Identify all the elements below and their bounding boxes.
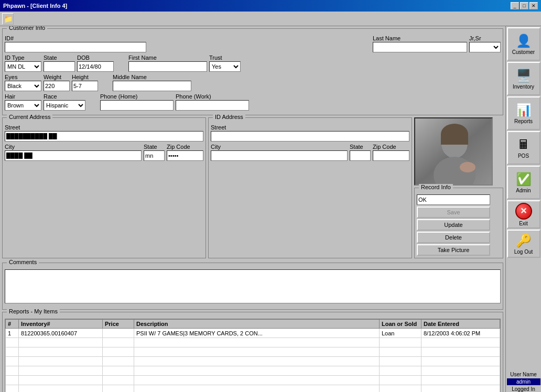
hair-select[interactable]: Brown Black Blonde Red Gray xyxy=(5,100,41,111)
take-picture-button[interactable]: Take Picture xyxy=(417,244,490,256)
maximize-button[interactable]: □ xyxy=(520,2,528,9)
form-row-1: ID# Last Name Jr,Sr Jr Sr xyxy=(5,35,501,52)
last-name-label: Last Name xyxy=(373,35,467,41)
hair-label: Hair xyxy=(5,93,41,100)
form-row-2: ID Type MN DL Other State DOB 12/14/80 F xyxy=(5,55,501,72)
id-city-label: City xyxy=(211,144,348,150)
first-name-input[interactable] xyxy=(128,61,207,72)
id-address-label: ID Address xyxy=(213,114,245,120)
logout-label: Log Out xyxy=(514,249,533,255)
id-type-field-group: ID Type MN DL Other xyxy=(5,55,41,72)
weight-field-group: Weight xyxy=(44,74,70,91)
trust-select[interactable]: Yes No xyxy=(209,61,241,72)
sidebar-user-info: User Name admin Logged In Time 3:59:38 P… xyxy=(507,372,540,392)
close-button[interactable]: ✕ xyxy=(529,2,538,9)
comments-textarea[interactable] xyxy=(5,269,501,303)
sidebar-inventory-button[interactable]: 🖥️ Inventory xyxy=(507,62,540,95)
col-price: Price xyxy=(103,320,134,329)
col-num: # xyxy=(6,320,19,329)
middle-name-label: Middle Name xyxy=(113,74,191,80)
middle-name-field-group: Middle Name xyxy=(113,74,191,91)
race-select[interactable]: Hispanic White Black Asian Other xyxy=(44,100,85,111)
table-row[interactable] xyxy=(6,376,500,385)
height-input[interactable] xyxy=(72,81,98,91)
record-info-label: Record Info xyxy=(419,184,453,190)
state-id-label: State xyxy=(44,55,75,61)
row-description: PSII W/ 7 GAMES|3 MEMORY CARDS, 2 CON... xyxy=(134,329,380,338)
sidebar-exit-button[interactable]: ✕ Exit xyxy=(507,200,540,228)
sidebar-logout-button[interactable]: 🔑 Log Out xyxy=(507,230,540,258)
dob-input[interactable]: 12/14/80 xyxy=(77,61,114,72)
table-row[interactable] xyxy=(6,347,500,357)
id-zip-input[interactable] xyxy=(373,150,409,161)
id-city-input[interactable] xyxy=(211,150,348,161)
sidebar-customer-button[interactable]: 👤 Customer xyxy=(507,27,540,61)
last-name-input[interactable] xyxy=(373,42,467,52)
jr-sr-field-group: Jr,Sr Jr Sr xyxy=(469,35,501,52)
current-state-field: State xyxy=(144,144,165,161)
dob-field-group: DOB 12/14/80 xyxy=(77,55,114,72)
current-address-group: Current Address Street City State xyxy=(2,117,206,258)
svg-point-6 xyxy=(460,162,475,172)
weight-input[interactable] xyxy=(44,81,70,91)
current-city-input[interactable] xyxy=(5,150,142,161)
customer-label: Customer xyxy=(512,49,535,55)
id-state-input[interactable] xyxy=(350,150,371,161)
id-label: ID# xyxy=(5,35,146,41)
eyes-select[interactable]: Black Blue Brown Green Hazel xyxy=(5,81,41,91)
photo-box xyxy=(414,117,493,186)
reports-table-container[interactable]: # Inventory# Price Description Loan or S… xyxy=(5,319,501,392)
comments-group: Comments xyxy=(2,263,503,310)
middle-name-input[interactable] xyxy=(113,81,191,91)
current-zip-input[interactable] xyxy=(167,150,203,161)
phone-home-label: Phone (Home) xyxy=(100,93,174,100)
col-inventory: Inventory# xyxy=(19,320,103,329)
race-label: Race xyxy=(44,93,85,100)
sidebar-pos-button[interactable]: 🖩 POS xyxy=(507,131,540,165)
table-row[interactable]: 1 812200365.00160407 PSII W/ 7 GAMES|3 M… xyxy=(6,329,500,338)
current-city-label: City xyxy=(5,144,142,150)
jr-sr-label: Jr,Sr xyxy=(469,35,501,41)
state-id-input[interactable] xyxy=(44,61,75,72)
id-state-field: State xyxy=(350,144,371,161)
id-street-input[interactable] xyxy=(211,131,409,141)
exit-label: Exit xyxy=(519,221,528,226)
phone-home-input[interactable] xyxy=(100,100,174,111)
minimize-button[interactable]: _ xyxy=(511,2,519,9)
current-state-input[interactable] xyxy=(144,150,165,161)
current-address-label: Current Address xyxy=(7,114,52,120)
table-row[interactable] xyxy=(6,366,500,376)
current-state-label: State xyxy=(144,144,165,150)
row-inventory: 812200365.00160407 xyxy=(19,329,103,338)
window-controls[interactable]: _ □ ✕ xyxy=(511,2,538,9)
table-row[interactable] xyxy=(6,357,500,366)
id-street-field: Street xyxy=(211,124,409,141)
current-zip-field: Zip Code xyxy=(167,144,203,161)
row-num: 1 xyxy=(6,329,19,338)
jr-sr-select[interactable]: Jr Sr xyxy=(469,42,501,52)
admin-label: Admin xyxy=(516,188,531,193)
id-type-select[interactable]: MN DL Other xyxy=(5,61,41,72)
id-street-row: Street xyxy=(211,124,409,141)
sidebar-reports-button[interactable]: 📊 Reports xyxy=(507,96,540,130)
exit-circle: ✕ xyxy=(515,203,532,220)
id-state-label: State xyxy=(350,144,371,150)
id-input[interactable] xyxy=(5,42,146,52)
record-info-group: Record Info Save Update Delete Take Pict… xyxy=(414,188,503,258)
table-row[interactable] xyxy=(6,385,500,393)
reports-label: Reports xyxy=(514,118,533,124)
table-row[interactable] xyxy=(6,338,500,347)
id-zip-field: Zip Code xyxy=(373,144,409,161)
menu-bar: 📁 xyxy=(0,12,541,26)
current-street-input[interactable] xyxy=(5,131,203,141)
toolbar-button[interactable]: 📁 xyxy=(2,13,14,25)
delete-button[interactable]: Delete xyxy=(417,232,490,243)
save-button[interactable]: Save xyxy=(417,206,490,218)
row-date: 8/12/2003 4:06:02 PM xyxy=(421,329,500,338)
sidebar-admin-button[interactable]: ✅ Admin xyxy=(507,166,540,199)
id-city-row: City State Zip Code xyxy=(211,144,409,161)
phone-work-input[interactable] xyxy=(176,100,249,111)
update-button[interactable]: Update xyxy=(417,219,490,231)
inventory-icon: 🖥️ xyxy=(516,68,532,83)
admin-icon: ✅ xyxy=(516,172,532,187)
